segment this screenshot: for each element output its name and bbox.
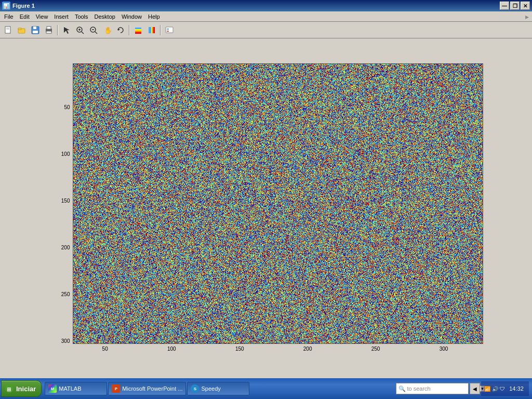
x-label-100: 100: [167, 346, 176, 352]
svg-rect-9: [47, 26, 51, 29]
toggle-colorbar-button[interactable]: [145, 24, 158, 36]
menu-window[interactable]: Window: [118, 13, 145, 20]
save-button[interactable]: [29, 24, 42, 36]
taskbar: ⊞ Iniciar M MATLAB P Microsoft PowerPoin…: [0, 378, 532, 399]
plot-container: 50 100 150 200 250 300 50 100 150 200 25…: [49, 63, 483, 353]
x-label-150: 150: [235, 346, 244, 352]
menu-help[interactable]: Help: [145, 13, 163, 20]
window-title: Figure 1: [12, 3, 35, 9]
speedy-icon: S: [191, 384, 199, 393]
powerpoint-icon: P: [112, 384, 120, 393]
svg-rect-4: [18, 28, 21, 30]
task-powerpoint-label: Microsoft PowerPoint ...: [122, 385, 182, 392]
y-label-250: 250: [61, 291, 70, 297]
matlab-icon: M: [48, 384, 57, 393]
insert-colorbar-button[interactable]: [132, 24, 144, 36]
menu-view[interactable]: View: [33, 13, 51, 20]
y-label-100: 100: [61, 151, 70, 157]
svg-line-13: [82, 32, 84, 34]
svg-marker-11: [64, 27, 70, 34]
title-bar-left: 📊 Figure 1: [2, 2, 35, 10]
title-bar: 📊 Figure 1 — ❐ ✕: [0, 0, 532, 11]
nav-back-button[interactable]: ◀: [470, 383, 480, 394]
x-label-250: 250: [371, 346, 380, 352]
svg-rect-6: [33, 26, 36, 29]
new-figure-button[interactable]: [2, 24, 15, 36]
svg-rect-28: [153, 27, 155, 33]
svg-marker-20: [118, 29, 120, 31]
title-bar-buttons: — ❐ ✕: [500, 2, 530, 10]
figure-icon: 📊: [2, 2, 10, 10]
svg-rect-22: [135, 29, 141, 31]
svg-rect-21: [135, 28, 141, 29]
print-button[interactable]: [43, 24, 55, 36]
y-label-200: 200: [61, 245, 70, 250]
restore-button[interactable]: ❐: [510, 2, 520, 10]
x-label-300: 300: [440, 346, 448, 352]
menu-insert[interactable]: Insert: [51, 13, 72, 20]
minimize-button[interactable]: —: [500, 2, 509, 10]
figure-area: 50 100 150 200 250 300 50 100 150 200 25…: [0, 38, 532, 378]
svg-rect-27: [152, 27, 153, 33]
rotate-button[interactable]: [114, 24, 127, 36]
taskbar-right: 🔍 ▼ ◀ 📶 🔊 🛡 14:32: [394, 381, 531, 396]
arrow-tool-button[interactable]: [60, 24, 73, 36]
task-speedy[interactable]: S Speedy: [187, 382, 249, 395]
toggle-legend-button[interactable]: [163, 24, 176, 36]
zoom-in-button[interactable]: [74, 24, 86, 36]
svg-rect-7: [33, 31, 38, 33]
pan-button[interactable]: ✋: [101, 24, 113, 36]
close-button[interactable]: ✕: [521, 2, 530, 10]
menu-tools[interactable]: Tools: [72, 13, 91, 20]
x-label-50: 50: [102, 346, 108, 352]
noise-plot: [73, 63, 483, 344]
clock: 14:32: [507, 385, 526, 392]
task-speedy-label: Speedy: [201, 385, 220, 392]
toolbar-sep-1: [57, 25, 58, 35]
menu-bar: File Edit View Insert Tools Desktop Wind…: [0, 11, 532, 22]
svg-text:⊞: ⊞: [7, 387, 11, 392]
svg-rect-24: [135, 32, 141, 34]
x-label-200: 200: [303, 346, 312, 352]
task-matlab[interactable]: M MATLAB: [45, 382, 107, 395]
plot-with-yaxis: 50 100 150 200 250 300: [49, 63, 483, 344]
toolbar-sep-3: [160, 25, 161, 35]
svg-line-17: [95, 32, 97, 34]
menu-edit[interactable]: Edit: [17, 13, 33, 20]
y-axis: 50 100 150 200 250 300: [49, 63, 73, 344]
toolbar-arrow: ▸: [525, 12, 531, 21]
taskbar-tasks: M MATLAB P Microsoft PowerPoint ... S Sp…: [43, 382, 393, 395]
menu-desktop[interactable]: Desktop: [91, 13, 118, 20]
task-matlab-label: MATLAB: [59, 385, 81, 392]
svg-rect-10: [46, 31, 51, 33]
y-label-150: 150: [61, 198, 70, 204]
toolbar-sep-2: [129, 25, 130, 35]
svg-rect-26: [151, 27, 152, 33]
svg-rect-0: [5, 26, 10, 33]
svg-rect-29: [166, 27, 173, 33]
x-axis: 50 100 150 200 250 300: [49, 344, 483, 353]
svg-text:✋: ✋: [104, 26, 111, 34]
search-box[interactable]: 🔍 ▼: [396, 383, 469, 394]
toolbar: ✋: [0, 22, 532, 38]
systray: 📶 🔊 🛡 14:32: [481, 381, 529, 396]
task-powerpoint[interactable]: P Microsoft PowerPoint ...: [108, 382, 186, 395]
zoom-out-button[interactable]: [87, 24, 100, 36]
y-label-50: 50: [64, 104, 70, 110]
svg-rect-23: [135, 31, 141, 32]
menu-file[interactable]: File: [1, 13, 17, 20]
start-label: Iniciar: [16, 385, 36, 393]
svg-rect-25: [149, 27, 151, 33]
open-button[interactable]: [16, 24, 28, 36]
start-button[interactable]: ⊞ Iniciar: [1, 380, 42, 397]
search-input[interactable]: [407, 385, 478, 392]
y-label-300: 300: [61, 338, 70, 344]
systray-icons: 📶 🔊 🛡: [484, 386, 505, 392]
